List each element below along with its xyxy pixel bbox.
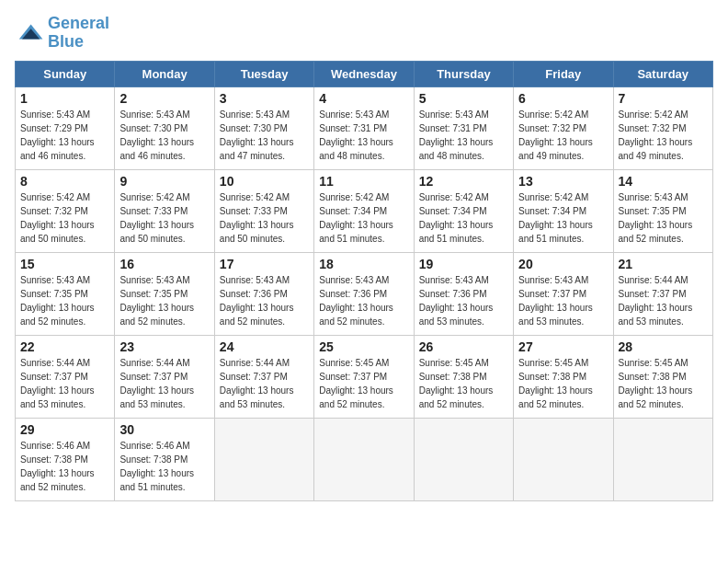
table-row: 14 Sunrise: 5:43 AMSunset: 7:35 PMDaylig… — [613, 169, 712, 252]
day-info: Sunrise: 5:44 AMSunset: 7:37 PMDaylight:… — [619, 273, 708, 328]
table-row: 1 Sunrise: 5:43 AMSunset: 7:29 PMDayligh… — [16, 86, 115, 169]
table-row: 7 Sunrise: 5:42 AMSunset: 7:32 PMDayligh… — [613, 86, 712, 169]
col-header-sunday: Sunday — [16, 61, 115, 86]
table-row: 4 Sunrise: 5:43 AMSunset: 7:31 PMDayligh… — [314, 86, 414, 169]
day-number: 27 — [518, 339, 608, 354]
day-info: Sunrise: 5:43 AMSunset: 7:35 PMDaylight:… — [20, 273, 109, 328]
day-number: 8 — [20, 174, 109, 189]
day-info: Sunrise: 5:43 AMSunset: 7:36 PMDaylight:… — [419, 273, 508, 328]
day-number: 11 — [319, 174, 408, 189]
day-number: 10 — [220, 174, 309, 189]
col-header-friday: Friday — [514, 61, 613, 86]
day-number: 30 — [119, 422, 209, 437]
day-info: Sunrise: 5:43 AMSunset: 7:30 PMDaylight:… — [119, 108, 209, 163]
day-number: 15 — [20, 257, 109, 271]
day-number: 13 — [518, 174, 608, 189]
day-number: 3 — [220, 91, 309, 106]
table-row: 19 Sunrise: 5:43 AMSunset: 7:36 PMDaylig… — [414, 252, 513, 335]
day-info: Sunrise: 5:42 AMSunset: 7:34 PMDaylight:… — [419, 190, 508, 246]
table-row: 15 Sunrise: 5:43 AMSunset: 7:35 PMDaylig… — [16, 252, 115, 335]
day-number: 9 — [119, 174, 209, 189]
day-info: Sunrise: 5:46 AMSunset: 7:38 PMDaylight:… — [20, 439, 109, 494]
table-row: 12 Sunrise: 5:42 AMSunset: 7:34 PMDaylig… — [414, 169, 513, 252]
day-info: Sunrise: 5:43 AMSunset: 7:36 PMDaylight:… — [220, 273, 309, 328]
table-row: 9 Sunrise: 5:42 AMSunset: 7:33 PMDayligh… — [115, 169, 214, 252]
table-row — [613, 418, 712, 500]
day-info: Sunrise: 5:43 AMSunset: 7:31 PMDaylight:… — [419, 108, 508, 163]
col-header-wednesday: Wednesday — [314, 61, 414, 86]
table-row: 21 Sunrise: 5:44 AMSunset: 7:37 PMDaylig… — [613, 252, 712, 335]
logo-icon — [15, 18, 44, 48]
day-number: 26 — [419, 339, 508, 354]
day-info: Sunrise: 5:43 AMSunset: 7:36 PMDaylight:… — [319, 273, 408, 328]
day-number: 2 — [119, 91, 209, 106]
day-number: 14 — [619, 174, 708, 189]
day-info: Sunrise: 5:43 AMSunset: 7:35 PMDaylight:… — [619, 190, 708, 246]
table-row: 2 Sunrise: 5:43 AMSunset: 7:30 PMDayligh… — [115, 86, 214, 169]
day-info: Sunrise: 5:42 AMSunset: 7:32 PMDaylight:… — [619, 108, 708, 163]
day-info: Sunrise: 5:42 AMSunset: 7:34 PMDaylight:… — [319, 190, 408, 246]
table-row: 6 Sunrise: 5:42 AMSunset: 7:32 PMDayligh… — [514, 86, 613, 169]
table-row: 29 Sunrise: 5:46 AMSunset: 7:38 PMDaylig… — [16, 418, 115, 500]
col-header-tuesday: Tuesday — [214, 61, 313, 86]
day-info: Sunrise: 5:42 AMSunset: 7:33 PMDaylight:… — [119, 190, 209, 246]
logo: General Blue — [15, 15, 109, 52]
table-row: 27 Sunrise: 5:45 AMSunset: 7:38 PMDaylig… — [514, 335, 613, 418]
day-number: 17 — [220, 257, 309, 271]
table-row: 26 Sunrise: 5:45 AMSunset: 7:38 PMDaylig… — [414, 335, 513, 418]
day-info: Sunrise: 5:42 AMSunset: 7:34 PMDaylight:… — [518, 190, 608, 246]
day-number: 29 — [20, 422, 109, 437]
table-row — [414, 418, 513, 500]
day-info: Sunrise: 5:43 AMSunset: 7:29 PMDaylight:… — [20, 108, 109, 163]
table-row: 20 Sunrise: 5:43 AMSunset: 7:37 PMDaylig… — [514, 252, 613, 335]
table-row: 13 Sunrise: 5:42 AMSunset: 7:34 PMDaylig… — [514, 169, 613, 252]
table-row: 17 Sunrise: 5:43 AMSunset: 7:36 PMDaylig… — [214, 252, 313, 335]
table-row: 30 Sunrise: 5:46 AMSunset: 7:38 PMDaylig… — [115, 418, 214, 500]
day-number: 28 — [619, 339, 708, 354]
day-number: 4 — [319, 91, 408, 106]
day-info: Sunrise: 5:42 AMSunset: 7:32 PMDaylight:… — [518, 108, 608, 163]
logo-text: General Blue — [48, 15, 109, 52]
table-row: 25 Sunrise: 5:45 AMSunset: 7:37 PMDaylig… — [314, 335, 414, 418]
day-number: 6 — [518, 91, 608, 106]
page-header: General Blue — [15, 15, 713, 52]
table-row — [314, 418, 414, 500]
day-number: 7 — [619, 91, 708, 106]
col-header-monday: Monday — [115, 61, 214, 86]
day-number: 24 — [220, 339, 309, 354]
day-number: 21 — [619, 257, 708, 271]
day-number: 22 — [20, 339, 109, 354]
table-row: 18 Sunrise: 5:43 AMSunset: 7:36 PMDaylig… — [314, 252, 414, 335]
day-info: Sunrise: 5:44 AMSunset: 7:37 PMDaylight:… — [119, 356, 209, 411]
table-row: 3 Sunrise: 5:43 AMSunset: 7:30 PMDayligh… — [214, 86, 313, 169]
table-row: 23 Sunrise: 5:44 AMSunset: 7:37 PMDaylig… — [115, 335, 214, 418]
day-info: Sunrise: 5:45 AMSunset: 7:38 PMDaylight:… — [619, 356, 708, 411]
day-number: 25 — [319, 339, 408, 354]
day-number: 12 — [419, 174, 508, 189]
table-row — [214, 418, 313, 500]
day-info: Sunrise: 5:43 AMSunset: 7:35 PMDaylight:… — [119, 273, 209, 328]
table-row: 16 Sunrise: 5:43 AMSunset: 7:35 PMDaylig… — [115, 252, 214, 335]
col-header-thursday: Thursday — [414, 61, 513, 86]
day-info: Sunrise: 5:43 AMSunset: 7:30 PMDaylight:… — [220, 108, 309, 163]
day-number: 20 — [518, 257, 608, 271]
table-row: 28 Sunrise: 5:45 AMSunset: 7:38 PMDaylig… — [613, 335, 712, 418]
day-info: Sunrise: 5:42 AMSunset: 7:32 PMDaylight:… — [20, 190, 109, 246]
table-row: 10 Sunrise: 5:42 AMSunset: 7:33 PMDaylig… — [214, 169, 313, 252]
day-info: Sunrise: 5:43 AMSunset: 7:31 PMDaylight:… — [319, 108, 408, 163]
day-info: Sunrise: 5:45 AMSunset: 7:37 PMDaylight:… — [319, 356, 408, 411]
day-info: Sunrise: 5:45 AMSunset: 7:38 PMDaylight:… — [419, 356, 508, 411]
day-number: 1 — [20, 91, 109, 106]
table-row — [514, 418, 613, 500]
day-info: Sunrise: 5:44 AMSunset: 7:37 PMDaylight:… — [20, 356, 109, 411]
table-row: 24 Sunrise: 5:44 AMSunset: 7:37 PMDaylig… — [214, 335, 313, 418]
day-number: 5 — [419, 91, 508, 106]
table-row: 8 Sunrise: 5:42 AMSunset: 7:32 PMDayligh… — [16, 169, 115, 252]
day-number: 18 — [319, 257, 408, 271]
day-number: 19 — [419, 257, 508, 271]
day-info: Sunrise: 5:44 AMSunset: 7:37 PMDaylight:… — [220, 356, 309, 411]
table-row: 5 Sunrise: 5:43 AMSunset: 7:31 PMDayligh… — [414, 86, 513, 169]
col-header-saturday: Saturday — [613, 61, 712, 86]
day-number: 23 — [119, 339, 209, 354]
calendar-table: SundayMondayTuesdayWednesdayThursdayFrid… — [15, 61, 713, 501]
